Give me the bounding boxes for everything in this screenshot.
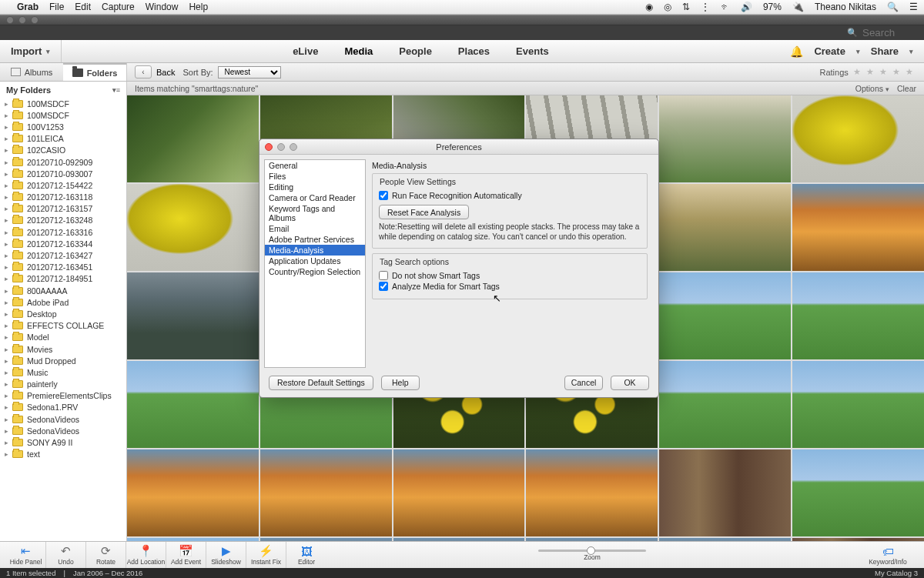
thumbnail[interactable] (260, 449, 392, 536)
sidebar-folder[interactable]: ▸20120712-163118 (5, 192, 126, 203)
app-menu[interactable]: Grab (17, 2, 38, 12)
toolbar-editor[interactable]: 🖼Editor (286, 542, 326, 568)
pref-category[interactable]: Adobe Partner Services (265, 234, 365, 245)
clear-filter[interactable]: Clear (897, 84, 916, 93)
back-button[interactable]: ‹ (135, 65, 152, 79)
toolbar-undo[interactable]: ↶Undo (46, 542, 86, 568)
spotlight-icon[interactable]: 🔍 (887, 2, 899, 12)
thumbnail[interactable] (127, 361, 259, 448)
sidebar-folder[interactable]: ▸Model (5, 332, 126, 343)
sidebar-folder[interactable]: ▸SedonaVideos (5, 425, 126, 436)
sidebar-folder[interactable]: ▸101LEICA (5, 133, 126, 145)
zoom-icon[interactable] (31, 16, 38, 24)
pref-category[interactable]: General (265, 160, 365, 171)
menu-window[interactable]: Window (146, 2, 179, 12)
pref-category[interactable]: Editing (265, 182, 365, 192)
sidebar-folder[interactable]: ▸20120712-163344 (5, 238, 126, 249)
sidebar-folder[interactable]: ▸Desktop (5, 308, 126, 319)
pref-category[interactable]: Email (265, 223, 365, 234)
battery-pct[interactable]: 97% (763, 2, 782, 12)
sidebar-folder[interactable]: ▸Music (5, 366, 126, 378)
sidebar-menu-icon[interactable]: ▾≡ (112, 86, 120, 94)
sidebar-folder[interactable]: ▸EFFECTS COLLAGE (5, 320, 126, 332)
sidebar-folder[interactable]: ▸painterly (5, 379, 126, 390)
dialog-titlebar[interactable]: Preferences (259, 139, 658, 155)
thumbnail[interactable] (792, 184, 924, 271)
nav-elive[interactable]: eLive (293, 45, 318, 57)
dropbox-icon[interactable]: ⇅ (682, 2, 690, 12)
search-input[interactable] (862, 27, 916, 38)
sidebar-folder[interactable]: ▸20120712-154422 (5, 179, 126, 191)
thumbnail[interactable] (792, 449, 924, 536)
sidebar-folder[interactable]: ▸Adobe iPad (5, 296, 126, 308)
thumbnail[interactable] (127, 272, 259, 359)
back-label[interactable]: Back (156, 68, 175, 77)
pref-category[interactable]: Country/Region Selection (265, 266, 365, 277)
create-button[interactable]: Create (814, 45, 845, 57)
thumbnail[interactable] (792, 361, 924, 448)
pref-category[interactable]: Files (265, 171, 365, 182)
wifi-icon[interactable]: ᯤ (721, 2, 730, 12)
share-button[interactable]: Share (871, 45, 899, 57)
sidebar-folder[interactable]: ▸PremiereElementsClips (5, 390, 126, 402)
toolbar-rotate[interactable]: ⟳Rotate (86, 542, 126, 568)
sidebar-folder[interactable]: ▸20120712-163451 (5, 262, 126, 273)
sidebar-folder[interactable]: ▸20120712-163427 (5, 249, 126, 261)
toolbar-add-event[interactable]: 📅Add Event (166, 542, 206, 568)
thumbnail[interactable] (127, 184, 259, 271)
catalog-name[interactable]: My Catalog 3 (875, 569, 918, 577)
close-icon[interactable] (6, 16, 14, 24)
sidebar-folder[interactable]: ▸SONY A99 II (5, 436, 126, 448)
tab-folders[interactable]: Folders (63, 63, 126, 81)
sidebar-folder[interactable]: ▸20120712-163157 (5, 203, 126, 215)
menu-help[interactable]: Help (189, 2, 208, 12)
thumbnail[interactable] (659, 272, 791, 359)
pref-category[interactable]: Keyword Tags and Albums (265, 203, 365, 223)
thumbnail[interactable] (659, 95, 791, 182)
menu-icon[interactable]: ☰ (909, 2, 918, 12)
nav-events[interactable]: Events (516, 45, 549, 57)
bell-icon[interactable]: 🔔 (790, 45, 803, 58)
toolbar-hide-panel[interactable]: ⇤Hide Panel (6, 542, 46, 568)
options-menu[interactable]: Options ▾ (855, 84, 889, 93)
sidebar-folder[interactable]: ▸Movies (5, 343, 126, 355)
restore-defaults-button[interactable]: Restore Default Settings (269, 376, 373, 390)
tab-albums[interactable]: Albums (0, 63, 63, 81)
ok-button[interactable]: OK (611, 376, 649, 390)
cancel-button[interactable]: Cancel (564, 376, 603, 390)
sidebar-folder[interactable]: ▸Sedona1.PRV (5, 402, 126, 413)
close-icon[interactable] (265, 143, 273, 151)
menu-file[interactable]: File (49, 2, 64, 12)
sidebar-folder[interactable]: ▸20120710-092909 (5, 156, 126, 168)
battery-icon[interactable]: 🔌 (792, 2, 804, 12)
pref-category[interactable]: Camera or Card Reader (265, 192, 365, 203)
nav-people[interactable]: People (399, 45, 432, 57)
thumbnail[interactable] (127, 95, 259, 182)
sort-select[interactable]: Newest (218, 66, 281, 79)
thumbnail[interactable] (659, 184, 791, 271)
thumbnail[interactable] (792, 95, 924, 182)
thumbnail[interactable] (393, 449, 525, 536)
user-name[interactable]: Theano Nikitas (815, 2, 876, 12)
thumbnail[interactable] (526, 449, 658, 536)
import-button[interactable]: Import▾ (0, 40, 62, 62)
thumbnail[interactable] (127, 449, 259, 536)
sidebar-folder[interactable]: ▸100V1253 (5, 121, 126, 132)
pref-category-list[interactable]: GeneralFilesEditingCamera or Card Reader… (264, 159, 366, 368)
search-icon[interactable]: 🔍 (847, 28, 858, 38)
keyword-info-button[interactable]: 🏷Keyword/Info (858, 542, 918, 568)
sidebar-folder[interactable]: ▸20120712-163316 (5, 226, 126, 238)
zoom-slider[interactable] (538, 550, 646, 552)
menu-capture[interactable]: Capture (102, 2, 135, 12)
no-smart-tags-checkbox[interactable]: Do not show Smart Tags (379, 271, 641, 280)
toolbar-instant-fix[interactable]: ⚡Instant Fix (246, 542, 286, 568)
thumbnail[interactable] (792, 272, 924, 359)
thumbnail[interactable] (659, 449, 791, 536)
sidebar-folder[interactable]: ▸102CASIO (5, 145, 126, 156)
rating-stars[interactable]: ★ ★ ★ ★ ★ (853, 67, 915, 77)
pref-category[interactable]: Media-Analysis (265, 245, 365, 256)
sidebar-folder[interactable]: ▸800AAAAA (5, 285, 126, 296)
sidebar-folder[interactable]: ▸20120710-093007 (5, 168, 126, 179)
sidebar-folder[interactable]: ▸SedonaVideos (5, 413, 126, 425)
sidebar-folder[interactable]: ▸text (5, 449, 126, 460)
